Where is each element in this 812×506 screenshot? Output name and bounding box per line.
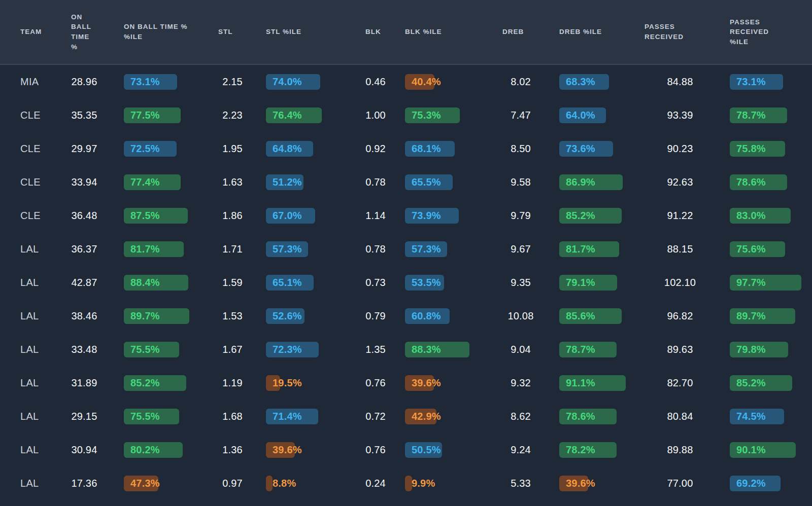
- cell-blk: 0.76: [365, 366, 405, 400]
- table-row[interactable]: LAL42.8788.4%1.5965.1%0.7353.5%9.3579.1%…: [0, 266, 812, 299]
- stat-value: 28.96: [71, 76, 97, 88]
- percentile-badge: 78.7%: [730, 107, 806, 123]
- stat-value: 33.48: [71, 344, 97, 355]
- column-header-passes_received[interactable]: PASSES RECEIVED: [645, 0, 730, 64]
- cell-blk_pctile: 65.5%: [405, 165, 502, 199]
- stat-value: 0.92: [365, 143, 386, 155]
- stat-value: 30.94: [71, 444, 97, 456]
- percentile-badge: 91.1%: [559, 375, 635, 391]
- cell-passes_received: 90.23: [645, 132, 730, 165]
- percentile-value: 68.3%: [566, 76, 595, 88]
- percentile-badge: 8.8%: [266, 476, 342, 491]
- stat-value: 84.88: [667, 76, 693, 88]
- table-row[interactable]: LAL17.3647.3%0.978.8%0.249.9%5.3339.6%77…: [0, 466, 812, 500]
- percentile-badge: 85.2%: [124, 375, 200, 391]
- table-row[interactable]: LAL31.8985.2%1.1919.5%0.7639.6%9.3291.1%…: [0, 366, 812, 400]
- stat-value: 77.00: [667, 478, 693, 489]
- column-header-blk[interactable]: BLK: [365, 0, 405, 64]
- cell-blk: 0.78: [365, 165, 405, 199]
- percentile-value: 87.5%: [130, 210, 160, 222]
- cell-blk: 0.46: [365, 65, 405, 98]
- percentile-value: 85.2%: [130, 377, 160, 389]
- table-row[interactable]: CLE36.4887.5%1.8667.0%1.1473.9%9.7985.2%…: [0, 199, 812, 232]
- column-header-on_ball_time_pct_pctile[interactable]: ON BALL TIME % %ILE: [124, 0, 218, 64]
- percentile-value: 47.3%: [130, 478, 160, 489]
- percentile-badge: 90.1%: [730, 442, 806, 458]
- percentile-badge: 75.8%: [730, 141, 806, 157]
- stat-value: 1.53: [222, 310, 243, 322]
- percentile-badge: 65.5%: [405, 174, 481, 190]
- percentile-badge: 83.0%: [730, 208, 806, 224]
- percentile-value: 78.7%: [736, 110, 766, 121]
- cell-stl: 1.67: [218, 333, 266, 366]
- percentile-value: 71.4%: [273, 411, 302, 422]
- cell-on_ball_time_pct: 33.48: [71, 333, 124, 366]
- stat-value: 33.94: [71, 176, 97, 188]
- percentile-value: 76.4%: [273, 110, 302, 121]
- cell-blk_pctile: 53.5%: [405, 266, 502, 299]
- cell-stl: 1.68: [218, 400, 266, 433]
- percentile-value: 53.5%: [412, 277, 441, 288]
- cell-passes_received: 88.15: [645, 232, 730, 266]
- column-header-dreb_pctile[interactable]: DREB %ILE: [559, 0, 645, 64]
- stat-value: 89.63: [667, 344, 693, 355]
- table-row[interactable]: LAL36.3781.7%1.7157.3%0.7857.3%9.6781.7%…: [0, 232, 812, 266]
- cell-blk: 0.78: [365, 232, 405, 266]
- percentile-value: 74.0%: [273, 76, 302, 88]
- column-header-team[interactable]: TEAM: [20, 0, 71, 64]
- percentile-value: 85.2%: [736, 377, 766, 389]
- percentile-value: 83.0%: [736, 210, 766, 222]
- stat-value: 1.67: [222, 344, 243, 355]
- percentile-value: 40.4%: [412, 76, 441, 88]
- table-row[interactable]: CLE35.3577.5%2.2376.4%1.0075.3%7.4764.0%…: [0, 98, 812, 132]
- cell-dreb: 9.58: [502, 165, 559, 199]
- cell-passes_received: 80.84: [645, 400, 730, 433]
- cell-on_ball_time_pct: 29.97: [71, 132, 124, 165]
- table-row[interactable]: CLE29.9772.5%1.9564.8%0.9268.1%8.5073.6%…: [0, 132, 812, 165]
- percentile-badge: 47.3%: [124, 476, 200, 491]
- percentile-badge: 85.2%: [559, 208, 635, 224]
- stat-value: 2.15: [222, 76, 243, 88]
- percentile-value: 64.0%: [566, 110, 595, 121]
- column-header-dreb[interactable]: DREB: [502, 0, 559, 64]
- cell-passes_received: 93.39: [645, 98, 730, 132]
- percentile-value: 65.5%: [412, 176, 441, 188]
- percentile-fill-bar: [266, 476, 273, 491]
- table-row[interactable]: CLE33.9477.4%1.6351.2%0.7865.5%9.5886.9%…: [0, 165, 812, 199]
- column-header-stl_pctile[interactable]: STL %ILE: [266, 0, 365, 64]
- column-header-stl[interactable]: STL: [218, 0, 266, 64]
- stat-value: 0.46: [365, 76, 386, 88]
- cell-passes_received: 82.70: [645, 366, 730, 400]
- column-header-label: DREB: [502, 27, 524, 37]
- table-row[interactable]: LAL33.4875.5%1.6772.3%1.3588.3%9.0478.7%…: [0, 333, 812, 366]
- table-row[interactable]: LAL29.1575.5%1.6871.4%0.7242.9%8.6278.6%…: [0, 400, 812, 433]
- cell-blk_pctile: 57.3%: [405, 232, 502, 266]
- percentile-value: 97.7%: [736, 277, 766, 288]
- stat-value: 91.22: [667, 210, 693, 222]
- cell-on_ball_time_pct_pctile: 75.5%: [124, 333, 218, 366]
- stat-value: 35.35: [71, 110, 97, 121]
- stat-value: 90.23: [667, 143, 693, 155]
- cell-passes_received_pctile: 83.0%: [730, 199, 812, 232]
- column-header-blk_pctile[interactable]: BLK %ILE: [405, 0, 502, 64]
- table-row[interactable]: MIA28.9673.1%2.1574.0%0.4640.4%8.0268.3%…: [0, 65, 812, 98]
- cell-team: CLE: [20, 199, 71, 232]
- cell-blk: 1.00: [365, 98, 405, 132]
- table-body: MIA28.9673.1%2.1574.0%0.4640.4%8.0268.3%…: [0, 65, 812, 500]
- column-header-passes_received_pctile[interactable]: PASSES RECEIVED %ILE: [730, 0, 812, 64]
- cell-dreb: 7.47: [502, 98, 559, 132]
- table-row[interactable]: LAL38.4689.7%1.5352.6%0.7960.8%10.0885.6…: [0, 299, 812, 333]
- stat-value: 1.36: [222, 444, 243, 456]
- percentile-badge: 69.2%: [730, 476, 806, 491]
- cell-blk_pctile: 88.3%: [405, 333, 502, 366]
- stat-value: 0.72: [365, 411, 386, 422]
- cell-dreb: 8.50: [502, 132, 559, 165]
- cell-dreb: 9.32: [502, 366, 559, 400]
- cell-on_ball_time_pct: 35.35: [71, 98, 124, 132]
- column-header-on_ball_time_pct[interactable]: ON BALL TIME %: [71, 0, 124, 64]
- cell-stl_pctile: 65.1%: [266, 266, 365, 299]
- cell-on_ball_time_pct: 30.94: [71, 433, 124, 466]
- cell-stl_pctile: 39.6%: [266, 433, 365, 466]
- table-row[interactable]: LAL30.9480.2%1.3639.6%0.7650.5%9.2478.2%…: [0, 433, 812, 466]
- cell-on_ball_time_pct_pctile: 77.5%: [124, 98, 218, 132]
